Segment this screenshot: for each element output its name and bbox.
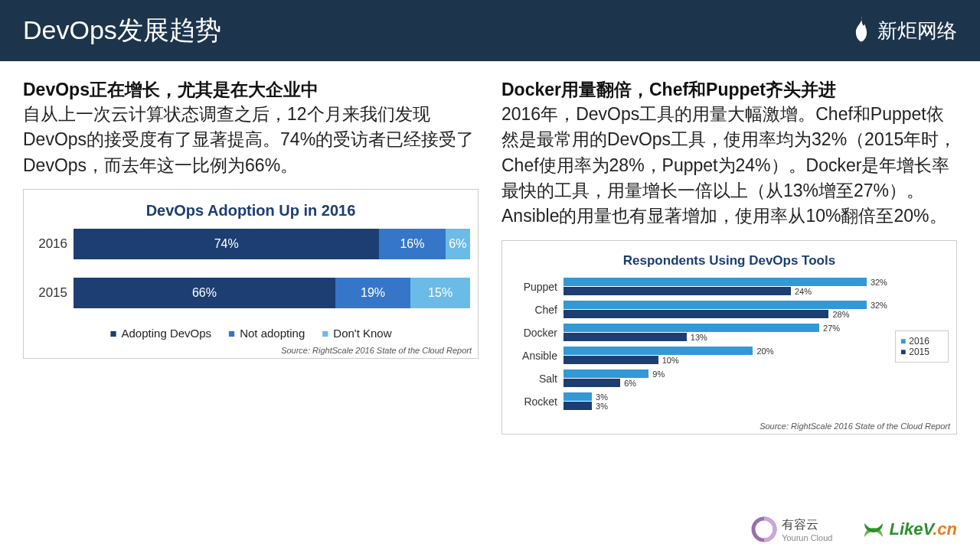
chart1-segment: 15%	[410, 278, 470, 308]
chart2-value: 10%	[662, 356, 679, 365]
chart1-title: DevOps Adoption Up in 2016	[31, 202, 470, 220]
swirl-icon	[751, 516, 777, 542]
right-text: 2016年，DevOps工具的用量大幅激增。Chef和Puppet依然是最常用的…	[501, 104, 956, 226]
chart-adoption: DevOps Adoption Up in 2016 201674%16%6%2…	[23, 189, 479, 359]
chart2-tool-label: Docker	[510, 327, 564, 339]
chart2-value: 3%	[596, 402, 608, 411]
chart2-bars: 32%28%	[564, 301, 895, 319]
chart2-bar-fill	[564, 347, 753, 355]
footer-logos: 有容云 Yourun Cloud LikeV.cn	[751, 516, 957, 542]
chart2-row: Chef32%28%	[510, 301, 895, 319]
chart2-bar: 20%	[564, 347, 895, 356]
left-block: DevOps正在增长，尤其是在大企业中 自从上一次云计算状态调查之后，12个月来…	[23, 78, 479, 178]
chart2-row: Rocket3%3%	[510, 392, 895, 411]
chart1-legend: Adopting DevOps Not adopting Don't Know	[31, 327, 470, 340]
legend-dont-know: Don't Know	[322, 327, 391, 340]
chart2-bars: 27%13%	[564, 324, 895, 342]
legend-2016: 2016	[900, 336, 943, 347]
chart2-bar-fill	[564, 310, 828, 318]
chart2-body: Puppet32%24%Chef32%28%Docker27%13%Ansibl…	[510, 278, 949, 415]
chart1-segment: 19%	[335, 278, 410, 308]
right-block: Docker用量翻倍，Chef和Puppet齐头并进 2016年，DevOps工…	[501, 78, 957, 229]
chart2-tool-label: Chef	[510, 304, 564, 316]
chart2-tool-label: Salt	[510, 373, 564, 385]
right-column: Docker用量翻倍，Chef和Puppet齐头并进 2016年，DevOps工…	[501, 78, 957, 434]
youruncloud-sub: Yourun Cloud	[782, 533, 832, 542]
chart1-row: 201566%19%15%	[31, 278, 470, 308]
chart2-row: Ansible20%10%	[510, 347, 895, 365]
chart2-value: 3%	[596, 392, 608, 402]
chart2-value: 28%	[832, 310, 849, 319]
chart1-segment: 6%	[446, 229, 470, 259]
legend-2015: 2015	[900, 347, 943, 357]
chart2-value: 24%	[795, 287, 812, 296]
chart2-bar: 32%	[564, 301, 895, 310]
chart2-bars: 9%6%	[564, 369, 895, 388]
chart2-row: Docker27%13%	[510, 324, 895, 342]
left-text: 自从上一次云计算状态调查之后，12个月来我们发现DevOps的接受度有了显著提高…	[23, 104, 474, 175]
left-title: DevOps正在增长，尤其是在大企业中	[23, 80, 318, 99]
chart1-row: 201674%16%6%	[31, 229, 470, 259]
chart2-bar: 6%	[564, 379, 895, 388]
chart2-bar-fill	[564, 333, 687, 341]
chart-tools: Respondents Using DevOps Tools Puppet32%…	[501, 240, 957, 434]
chart2-bar: 13%	[564, 333, 895, 342]
chart2-bar: 28%	[564, 310, 895, 319]
chart2-bar: 3%	[564, 392, 895, 402]
chart2-value: 32%	[871, 278, 887, 287]
chart1-bar: 66%19%15%	[74, 278, 470, 308]
chart2-title: Respondents Using DevOps Tools	[510, 253, 949, 268]
chart2-value: 32%	[871, 301, 887, 310]
youruncloud-logo: 有容云 Yourun Cloud	[751, 516, 832, 542]
chart2-bar: 3%	[564, 402, 895, 411]
left-column: DevOps正在增长，尤其是在大企业中 自从上一次云计算状态调查之后，12个月来…	[23, 78, 479, 434]
brand-text: 新炬网络	[877, 18, 957, 44]
chart1-source: Source: RightScale 2016 State of the Clo…	[281, 346, 472, 355]
brand-logo: 新炬网络	[850, 16, 957, 45]
youruncloud-text: 有容云	[782, 518, 818, 531]
chart2-tool-label: Ansible	[510, 350, 564, 362]
legend-not-adopting: Not adopting	[228, 327, 305, 340]
chart2-tool-label: Rocket	[510, 395, 564, 408]
chart2-bar-fill	[564, 324, 819, 332]
chart2-bars: 20%10%	[564, 347, 895, 365]
chart1-segment: 16%	[379, 229, 445, 259]
chart2-bar-fill	[564, 356, 658, 364]
chart2-bar-fill	[564, 278, 867, 286]
chart1-segment: 74%	[74, 229, 379, 259]
chart2-legend: 2016 2015	[895, 330, 949, 363]
chart2-bar: 27%	[564, 324, 895, 333]
likev-logo: LikeV.cn	[863, 519, 957, 539]
chart2-value: 13%	[691, 333, 707, 342]
chart2-bar-fill	[564, 287, 791, 295]
content: DevOps正在增长，尤其是在大企业中 自从上一次云计算状态调查之后，12个月来…	[0, 61, 980, 434]
chart1-year-label: 2015	[31, 285, 74, 301]
chart2-bar-fill	[564, 369, 648, 378]
chart2-plot: Puppet32%24%Chef32%28%Docker27%13%Ansibl…	[510, 278, 895, 415]
legend-adopting: Adopting DevOps	[109, 327, 211, 340]
leaf-icon	[863, 522, 884, 539]
chart2-value: 9%	[652, 369, 665, 379]
chart1-year-label: 2016	[31, 236, 74, 252]
chart2-row: Salt9%6%	[510, 369, 895, 388]
chart2-bars: 3%3%	[564, 392, 895, 411]
chart1-bar: 74%16%6%	[74, 229, 470, 259]
page-title: DevOps发展趋势	[23, 13, 221, 48]
chart1-plot: 201674%16%6%201566%19%15%	[31, 229, 470, 308]
chart2-tool-label: Puppet	[510, 281, 564, 293]
chart2-bar-fill	[564, 402, 592, 410]
chart2-value: 27%	[823, 324, 840, 333]
flame-icon	[850, 16, 873, 45]
chart2-bar: 10%	[564, 356, 895, 365]
chart2-row: Puppet32%24%	[510, 278, 895, 296]
chart2-bar-fill	[564, 392, 592, 401]
chart2-value: 6%	[624, 379, 636, 388]
chart2-bars: 32%24%	[564, 278, 895, 296]
chart2-bar: 32%	[564, 278, 895, 287]
chart2-bar: 9%	[564, 369, 895, 379]
chart2-bar-fill	[564, 379, 620, 387]
chart2-bar: 24%	[564, 287, 895, 296]
chart2-source: Source: RightScale 2016 State of the Clo…	[760, 421, 950, 431]
chart2-value: 20%	[756, 347, 773, 356]
chart1-segment: 66%	[74, 278, 335, 308]
